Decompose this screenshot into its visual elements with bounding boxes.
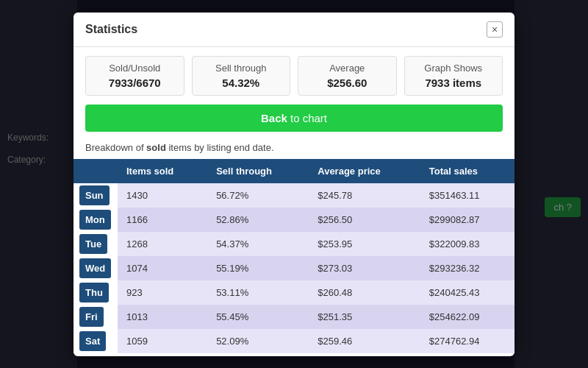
stat-graph-shows: Graph Shows 7933 items [404, 56, 503, 96]
total-sales-cell: $299082.87 [420, 208, 514, 232]
col-header-avg-price: Average price [309, 159, 420, 183]
sell-through-cell: 54.37% [207, 232, 309, 256]
avg-price-cell: $259.46 [309, 329, 420, 353]
total-sales-cell: $351463.11 [420, 183, 514, 208]
sell-through-cell: 52.86% [207, 208, 309, 232]
total-sales-cell: $322009.83 [420, 232, 514, 256]
table-row: Fri101355.45%$251.35$254622.09 [74, 305, 514, 329]
stat-average: Average $256.60 [298, 56, 397, 96]
day-cell: Sun [74, 183, 118, 208]
col-header-total-sales: Total sales [420, 159, 514, 183]
total-sales-cell: $274762.94 [420, 329, 514, 353]
items-sold-cell: 1166 [118, 208, 207, 232]
sell-through-cell: 55.45% [207, 305, 309, 329]
day-cell: Wed [74, 256, 118, 280]
table-row: Sat105952.09%$259.46$274762.94 [74, 329, 514, 353]
stat-sold-unsold-label: Sold/Unsold [95, 63, 175, 74]
total-sales-cell: $293236.32 [420, 256, 514, 280]
items-sold-cell: 1074 [118, 256, 207, 280]
day-cell: Fri [74, 305, 118, 329]
col-header-day [74, 159, 118, 183]
avg-price-cell: $253.95 [309, 232, 420, 256]
table-row: Thu92353.11%$260.48$240425.43 [74, 280, 514, 305]
stat-sell-through-value: 54.32% [201, 77, 282, 89]
breakdown-description: Breakdown of sold items by listing end d… [74, 139, 514, 159]
stat-sell-through: Sell through 54.32% [192, 56, 291, 96]
table-row: Sun143056.72%$245.78$351463.11 [74, 183, 514, 208]
modal-overlay: Statistics × Sold/Unsold 7933/6670 Sell … [0, 0, 588, 368]
avg-price-cell: $245.78 [309, 183, 420, 208]
statistics-modal: Statistics × Sold/Unsold 7933/6670 Sell … [74, 13, 514, 356]
modal-title: Statistics [85, 23, 137, 36]
items-sold-cell: 1430 [118, 183, 207, 208]
back-to-chart-button[interactable]: Back to chart [85, 105, 503, 132]
total-sales-cell: $240425.43 [420, 280, 514, 305]
avg-price-cell: $256.50 [309, 208, 420, 232]
items-sold-cell: 1013 [118, 305, 207, 329]
items-sold-cell: 1268 [118, 232, 207, 256]
day-cell: Thu [74, 280, 118, 305]
stat-average-label: Average [307, 63, 387, 74]
day-cell: Sat [74, 329, 118, 353]
avg-price-cell: $251.35 [309, 305, 420, 329]
items-sold-cell: 923 [118, 280, 207, 305]
col-header-sell-through: Sell through [207, 159, 309, 183]
stat-graph-shows-value: 7933 items [414, 77, 494, 89]
close-button[interactable]: × [487, 21, 503, 38]
avg-price-cell: $260.48 [309, 280, 420, 305]
table-row: Mon116652.86%$256.50$299082.87 [74, 208, 514, 232]
stat-average-value: $256.60 [307, 77, 387, 89]
stat-graph-shows-label: Graph Shows [414, 63, 494, 74]
sell-through-cell: 52.09% [207, 329, 309, 353]
items-sold-cell: 1059 [118, 329, 207, 353]
day-cell: Mon [74, 208, 118, 232]
modal-header: Statistics × [74, 13, 514, 47]
sell-through-cell: 55.19% [207, 256, 309, 280]
table-row: Tue126854.37%$253.95$322009.83 [74, 232, 514, 256]
sell-through-cell: 56.72% [207, 183, 309, 208]
stat-sold-unsold: Sold/Unsold 7933/6670 [85, 56, 184, 96]
avg-price-cell: $273.03 [309, 256, 420, 280]
data-table: Items sold Sell through Average price To… [74, 159, 514, 353]
col-header-items-sold: Items sold [118, 159, 207, 183]
back-button-bold: Back [261, 112, 287, 124]
stats-row: Sold/Unsold 7933/6670 Sell through 54.32… [74, 47, 514, 105]
back-button-rest: to chart [287, 112, 327, 124]
stat-sell-through-label: Sell through [201, 63, 282, 74]
table-row: Wed107455.19%$273.03$293236.32 [74, 256, 514, 280]
sell-through-cell: 53.11% [207, 280, 309, 305]
breakdown-text-bold: sold [146, 142, 166, 153]
breakdown-text-pre: Breakdown of [85, 142, 146, 153]
total-sales-cell: $254622.09 [420, 305, 514, 329]
table-header-row: Items sold Sell through Average price To… [74, 159, 514, 183]
stat-sold-unsold-value: 7933/6670 [95, 77, 175, 89]
breakdown-text-post: items by listing end date. [166, 142, 274, 153]
day-cell: Tue [74, 232, 118, 256]
